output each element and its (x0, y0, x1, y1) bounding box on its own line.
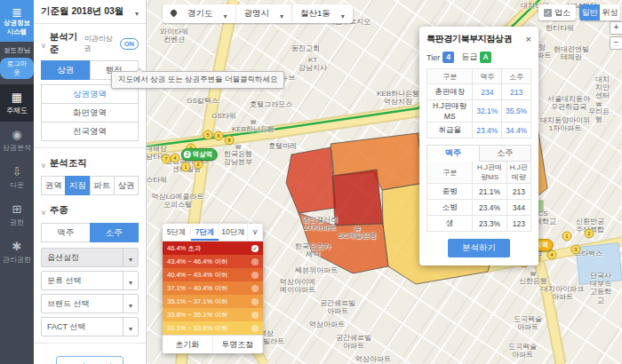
business-layer-checkbox[interactable]: ✓ 업소 (538, 4, 576, 20)
view-theme-map-button[interactable]: 주제도보기 (56, 356, 124, 364)
chevron-down-icon (224, 6, 227, 22)
reset-button[interactable]: 초기화 (163, 336, 213, 353)
tab-10-steps[interactable]: 10단계 (219, 224, 248, 241)
liquor-beer-button[interactable]: 맥주 (41, 223, 91, 242)
tab-soju[interactable]: 소주 (480, 145, 532, 162)
legend-range-label: 33.8% ~ 35.1% 이하 (167, 311, 251, 320)
map-zoom-controls: + − (610, 21, 622, 51)
gear-icon: ✱ (0, 241, 34, 253)
logout-button[interactable]: 로그아웃 (0, 58, 34, 79)
radio-icon[interactable] (251, 298, 259, 305)
district-info-popup: 특판경기북부지점상권 × Tier 4 등급 A 구분 맥주 소주 총판매장 2… (419, 27, 538, 265)
legend-footer: 초기화 투명조절 (163, 335, 263, 353)
map-hint-tooltip: 지도에서 상권 또는 상권주변을 더블클릭하세요 (111, 71, 284, 89)
unmanaged-toggle[interactable]: ON (120, 38, 139, 50)
basemap-satellite-button[interactable]: 위성 (600, 4, 620, 20)
chevron-down-icon (123, 318, 138, 336)
table-row: 생 23.3% 123 (427, 216, 531, 232)
app-sidebar: ≣ 상권정보 시스템 정도전님 로그아웃 ▦ 주제도 ◉ 상권분석 ⇩ 다운 ⊞… (0, 0, 34, 364)
liquor-buttons: 맥주 소주 (41, 223, 139, 242)
org-region-button[interactable]: 권역 (41, 176, 66, 195)
section-org: 분석조직 (41, 155, 139, 171)
basemap-toggle: 일반 위성 (579, 4, 620, 20)
collapse-chevron-icon[interactable] (41, 202, 50, 218)
app-title-line2: 시스템 (0, 28, 34, 36)
legend-range-row[interactable]: 35.1% ~ 37.1% 이하 (163, 295, 263, 308)
base-month-selector[interactable]: 기준월 2018년 03월 (34, 0, 146, 24)
chevron-down-icon (280, 6, 283, 22)
area-scope-list: 상권영역 화면영역 전국영역 (41, 84, 139, 141)
legend-collapse-icon[interactable]: ∨ (248, 224, 263, 241)
analyze-button[interactable]: 분석하기 (448, 239, 510, 257)
analysis-icon: ◉ (0, 129, 34, 141)
collapse-chevron-icon[interactable] (41, 36, 50, 51)
basemap-normal-button[interactable]: 일반 (579, 4, 600, 20)
selected-radio-icon[interactable]: ✓ (251, 245, 259, 252)
table-row: H.J판매량 MS 32.1% 35.5% (427, 100, 531, 123)
legend-range-label: 46.4% 초과 (167, 244, 251, 253)
legend-range-label: 37.1% ~ 40.4% 이하 (167, 284, 251, 293)
sidebar-item-thememap[interactable]: ▦ 주제도 (0, 84, 34, 122)
map-pin-icon (170, 8, 179, 17)
radio-icon[interactable] (251, 258, 259, 265)
legend-range-row[interactable]: 31.1% ~ 33.8% 이하 (163, 321, 263, 335)
org-branch-button[interactable]: 지점 (65, 176, 90, 195)
layers-icon: ≣ (0, 6, 34, 19)
commercial-district-app: 와이타워 컨벤션역삼푸르지오동진교회KT 강남지사호텔뉴브GS칼텍스GS타워호텔… (0, 0, 622, 364)
divider (34, 147, 146, 148)
table-row: 중병 21.1% 213 (427, 184, 531, 200)
tab-7-steps[interactable]: 7단계 (191, 224, 219, 241)
filter-panel: 기준월 2018년 03월 분석기준 미관리상권 ON 상권 행정 상권영역 화… (34, 0, 147, 364)
legend-range-label: 40.4% ~ 43.4% 이하 (167, 271, 251, 280)
radio-icon[interactable] (251, 285, 259, 292)
chevron-down-icon (123, 249, 138, 266)
legend-range-row[interactable]: 33.8% ~ 35.1% 이하 (163, 308, 263, 321)
org-district-button[interactable]: 상권 (114, 176, 139, 195)
legend-range-row[interactable]: 40.4% ~ 43.4% 이하 (163, 268, 263, 281)
close-icon[interactable]: × (526, 35, 531, 44)
zoom-in-button[interactable]: + (610, 21, 622, 35)
brand-select-dropdown[interactable]: 브랜드 선택 (41, 294, 139, 313)
sidebar-item-download[interactable]: ⇩ 다운 (0, 159, 34, 196)
legend-range-label: 31.1% ~ 33.8% 이하 (167, 324, 251, 333)
app-logo[interactable]: ≣ 상권정보 시스템 (0, 0, 34, 42)
region-selector-bar: 경기도 광명시 철산1동 (163, 4, 353, 23)
legend-rows: 46.4% 초과✓43.4% ~ 46.4% 이하40.4% ~ 43.4% 이… (163, 241, 263, 335)
download-icon: ⇩ (0, 166, 34, 178)
radio-icon[interactable] (251, 325, 259, 332)
radio-icon[interactable] (251, 272, 259, 279)
category-select-dropdown[interactable]: 분류 선택 (41, 271, 139, 290)
table-row: 총판매장 234 213 (427, 84, 531, 100)
collapse-chevron-icon[interactable] (41, 155, 50, 171)
sidebar-nav: ▦ 주제도 ◉ 상권분석 ⇩ 다운 ⊞ 권한 ✱ 관리권한 (0, 84, 34, 271)
region-select-dong[interactable]: 철산1동 (291, 4, 353, 23)
choropleth-legend: 5단계 7단계 10단계 ∨ 46.4% 초과✓43.4% ~ 46.4% 이하… (163, 224, 263, 353)
legend-range-row[interactable]: 37.1% ~ 40.4% 이하 (163, 281, 263, 295)
popup-title: 특판경기북부지점상권 (427, 33, 526, 45)
station-badge-yeoksam[interactable]: 2 역삼역 (181, 148, 218, 161)
tab-beer[interactable]: 맥주 (427, 145, 480, 162)
sidebar-item-analysis[interactable]: ◉ 상권분석 (0, 122, 34, 159)
legend-range-row[interactable]: 43.4% ~ 46.4% 이하 (163, 255, 263, 268)
sidebar-item-admin[interactable]: ✱ 관리권한 (0, 233, 34, 271)
chevron-down-icon (135, 4, 139, 20)
tab-5-steps[interactable]: 5단계 (163, 224, 191, 241)
area-screen-item[interactable]: 화면영역 (41, 103, 139, 123)
region-select-province[interactable]: 경기도 (179, 4, 235, 23)
area-national-item[interactable]: 전국영역 (41, 122, 139, 141)
radio-icon[interactable] (251, 312, 259, 319)
fact-select-dropdown[interactable]: FACT 선택 (41, 317, 139, 336)
zoom-out-button[interactable]: − (610, 36, 622, 50)
option-settings-dropdown[interactable]: 옵션설정 (41, 248, 139, 267)
transparency-button[interactable]: 투명조절 (213, 336, 264, 353)
legend-step-tabs: 5단계 7단계 10단계 ∨ (163, 224, 263, 241)
liquor-soju-button[interactable]: 소주 (90, 223, 140, 242)
legend-range-row[interactable]: 46.4% 초과✓ (163, 241, 263, 255)
sidebar-item-permission[interactable]: ⊞ 권한 (0, 196, 34, 233)
region-select-city[interactable]: 광명시 (235, 4, 292, 23)
basis-commercial-button[interactable]: 상권 (41, 60, 91, 80)
legend-range-label: 35.1% ~ 37.1% 이하 (167, 297, 251, 306)
org-part-button[interactable]: 파트 (90, 176, 115, 195)
tier-grade-row: Tier 4 등급 A (427, 51, 531, 63)
subway-line2-icon: 2 (184, 151, 191, 158)
